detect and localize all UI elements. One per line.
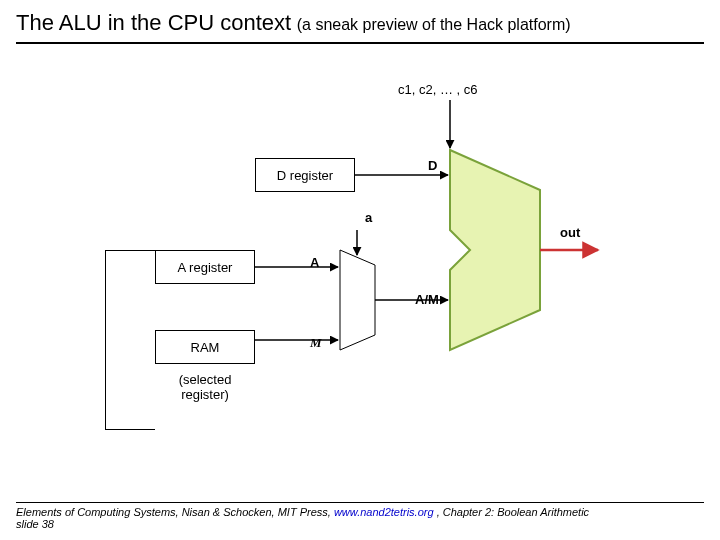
a-register-box: A register bbox=[155, 250, 255, 284]
footer-chapter-title: Boolean Arithmetic bbox=[497, 506, 589, 518]
mux-a-input-label: A bbox=[310, 255, 319, 270]
control-signals-label: c1, c2, … , c6 bbox=[398, 82, 477, 97]
mux-m-input-label: M bbox=[310, 335, 322, 351]
selected-register-caption: (selected register) bbox=[155, 372, 255, 402]
title-subtitle: (a sneak preview of the Hack platform) bbox=[297, 16, 571, 33]
footer-chapter-prefix: , Chapter 2: bbox=[437, 506, 498, 518]
alu-diagram: D register A register RAM (selected regi… bbox=[0, 40, 720, 500]
alu-label: ALU bbox=[515, 236, 531, 265]
slide-title: The ALU in the CPU context (a sneak prev… bbox=[16, 10, 704, 44]
title-main: The ALU in the CPU context bbox=[16, 10, 291, 35]
footer-book: Elements of Computing Systems, Nisan & S… bbox=[16, 506, 334, 518]
footer-link[interactable]: www.nand2tetris.org bbox=[334, 506, 434, 518]
slide: The ALU in the CPU context (a sneak prev… bbox=[0, 0, 720, 540]
mux-output-am-label: A/M bbox=[415, 292, 439, 307]
d-register-box: D register bbox=[255, 158, 355, 192]
footer-slide-num: slide 38 bbox=[16, 518, 54, 530]
slide-footer: Elements of Computing Systems, Nisan & S… bbox=[16, 502, 704, 530]
ram-box: RAM bbox=[155, 330, 255, 364]
alu-output-label: out bbox=[560, 225, 580, 240]
ram-outline bbox=[105, 250, 155, 430]
mux-label: Mux bbox=[348, 288, 363, 313]
a-control-label: a bbox=[365, 210, 372, 225]
d-input-label: D bbox=[428, 158, 437, 173]
